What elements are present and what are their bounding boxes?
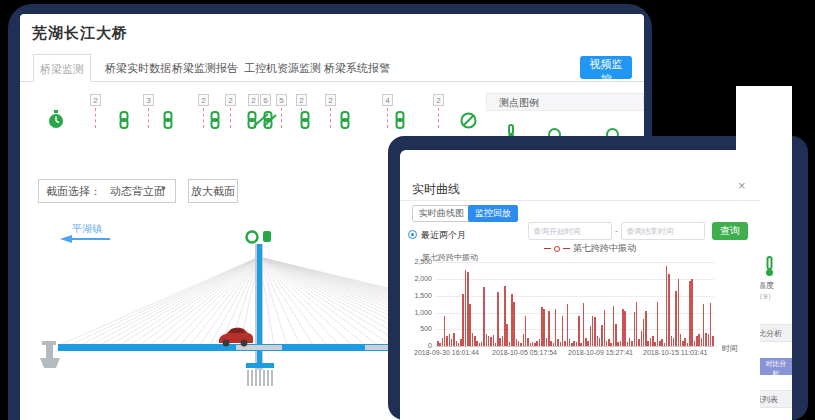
chart-bar <box>654 342 656 346</box>
tab-realtime-data[interactable]: 桥梁实时数据 <box>105 61 171 76</box>
chart-bar <box>474 336 476 346</box>
chart-bar <box>460 339 462 346</box>
chart-bar <box>520 343 522 346</box>
chart-bar <box>523 334 525 346</box>
chart-bar <box>613 306 615 346</box>
rotate-sensor-icon[interactable] <box>247 232 258 243</box>
tab-monitor-report[interactable]: 桥梁监测报告 <box>172 61 238 76</box>
chart-bar <box>536 341 538 346</box>
x-axis-label: 时间 <box>722 343 738 354</box>
chain-link-icon[interactable] <box>162 111 174 129</box>
chart-bar <box>576 342 578 346</box>
stopwatch-icon[interactable] <box>48 110 64 130</box>
chart-bar <box>590 326 592 346</box>
chart-bar <box>511 294 513 346</box>
chart-bar <box>599 338 601 346</box>
cable-line <box>190 257 259 345</box>
tab-bridge-monitor[interactable]: 桥梁监测 <box>33 54 91 82</box>
legend-label: 第七跨跨中振动 <box>573 242 636 255</box>
chart-bar <box>583 303 585 346</box>
chart-bar <box>671 336 673 346</box>
cable-line <box>259 257 378 345</box>
chart-bar <box>550 341 552 346</box>
chart-bar <box>573 341 575 346</box>
chart-bar <box>712 336 714 346</box>
radio-label: 最近两个月 <box>421 229 466 242</box>
legend-marker-line <box>563 248 570 249</box>
chart-bar <box>608 339 610 346</box>
chart-bars <box>437 262 714 346</box>
chart-legend[interactable]: 第七跨跨中振动 <box>510 242 670 255</box>
compare-analysis-button[interactable]: 对比分析 <box>758 358 792 375</box>
chart-bar <box>636 302 638 346</box>
section-select-value[interactable]: 动态背立面 <box>110 184 165 199</box>
chain-link-icon[interactable] <box>339 111 351 129</box>
chart-bar <box>502 336 504 346</box>
thermometer-icon[interactable] <box>764 256 775 277</box>
sensor-count-badge: 2 <box>296 94 307 106</box>
end-time-input[interactable] <box>621 222 705 240</box>
chart-bar <box>458 343 460 346</box>
chart-bar <box>465 270 467 346</box>
chart-bar <box>490 337 492 346</box>
chart-bar <box>615 324 617 346</box>
modal-title: 实时曲线 <box>412 181 460 198</box>
chart-bar <box>647 341 649 346</box>
chart-bar <box>661 339 663 346</box>
pier-cap <box>246 363 274 368</box>
chart-bar <box>634 312 636 346</box>
lock-sensor-icon[interactable] <box>263 231 271 242</box>
chain-link-icon[interactable] <box>299 111 311 129</box>
chart-bar <box>442 338 444 346</box>
chart-bar <box>467 272 469 346</box>
sensor-count-badge: 2 <box>198 94 209 106</box>
chart-bar <box>462 294 464 346</box>
x-tick: 2018-09-30 16:01:44 <box>414 349 479 356</box>
x-axis-line <box>436 346 714 347</box>
zoom-section-button[interactable]: 放大截面 <box>188 179 238 203</box>
video-monitor-button[interactable]: 视频监控 <box>580 56 632 79</box>
chart-bar <box>567 304 569 346</box>
chain-link-icon[interactable] <box>394 111 406 129</box>
chart-bar <box>437 341 439 346</box>
chart-bar <box>481 342 483 346</box>
chart-bar <box>580 343 582 346</box>
chart-bar <box>439 343 441 346</box>
chart-bar <box>666 266 668 346</box>
chart-bar <box>652 336 654 346</box>
no-entry-icon[interactable] <box>460 112 477 129</box>
radio-last-two-months[interactable] <box>408 230 417 239</box>
chevron-down-icon: ▼ <box>160 185 167 192</box>
chain-link-icon[interactable] <box>262 111 274 129</box>
tab-system-alarm[interactable]: 桥梁系统报警 <box>324 61 390 76</box>
chain-link-icon[interactable] <box>209 111 221 129</box>
chart-bar <box>657 302 659 346</box>
chart-bar <box>703 304 705 346</box>
y-tick: 2,500 <box>400 258 432 265</box>
chart-bar <box>530 343 532 346</box>
tower-below-deck <box>257 351 262 364</box>
tab-ipc-resource[interactable]: 工控机资源监测 <box>244 61 321 76</box>
legend-marker-circle <box>554 246 560 252</box>
close-icon[interactable]: × <box>738 178 746 193</box>
page-title: 芜湖长江大桥 <box>32 24 128 43</box>
modal-tab-curve-view[interactable]: 实时曲线图 <box>412 205 471 222</box>
chart-bar <box>643 319 645 346</box>
search-button[interactable]: 查询 <box>712 222 748 240</box>
cable-line <box>259 257 404 345</box>
temperature-label: 温度 <box>758 280 774 291</box>
realtime-curve-modal: 实时曲线 × 实时曲线图 监控回放 最近两个月 - 查询 第七跨跨中振动 第七跨… <box>400 150 760 420</box>
chart-bar <box>488 336 490 346</box>
chart-bar <box>516 339 518 346</box>
range-separator: - <box>615 226 618 236</box>
chart-bar <box>472 333 474 346</box>
start-time-input[interactable] <box>528 222 612 240</box>
chart-bar <box>486 334 488 346</box>
chart-bar <box>610 343 612 346</box>
chart-bar <box>594 317 596 346</box>
chart-bar <box>587 341 589 346</box>
chart-bar <box>694 341 696 346</box>
chain-link-icon[interactable] <box>118 111 130 129</box>
chart-bar <box>506 324 508 346</box>
modal-tab-playback[interactable]: 监控回放 <box>468 205 518 222</box>
